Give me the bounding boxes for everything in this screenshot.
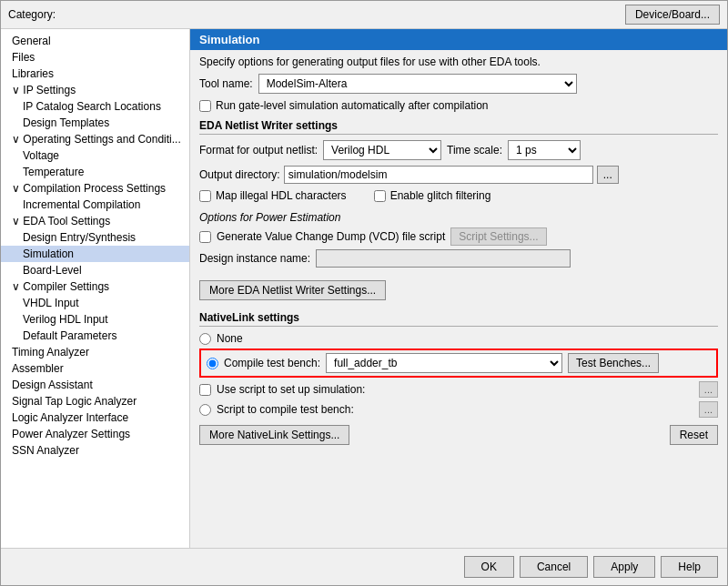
run-gate-level-label: Run gate-level simulation automatically … <box>216 99 488 112</box>
map-illegal-checkbox[interactable] <box>199 190 211 202</box>
enable-glitch-checkbox[interactable] <box>374 190 386 202</box>
format-dropdown[interactable]: Verilog HDL VHDL <box>323 140 441 160</box>
design-instance-label: Design instance name: <box>199 252 310 265</box>
generate-vcd-checkbox[interactable] <box>199 231 211 243</box>
sidebar-item-ip-settings[interactable]: ∨ IP Settings <box>1 82 189 98</box>
panel-header: Simulation <box>190 29 727 50</box>
main-window: Category: Device/Board... General Files … <box>0 0 728 586</box>
sidebar-item-design-entry[interactable]: Design Entry/Synthesis <box>1 229 189 246</box>
test-benches-button[interactable]: Test Benches... <box>568 353 659 373</box>
main-panel: Simulation Specify options for generatin… <box>190 29 727 548</box>
panel-description: Specify options for generating output fi… <box>190 50 727 74</box>
enable-glitch-row: Enable glitch filtering <box>374 189 491 202</box>
script-compile-radio[interactable] <box>199 404 211 416</box>
more-native-button[interactable]: More NativeLink Settings... <box>199 425 349 445</box>
use-script-checkbox[interactable] <box>199 384 211 396</box>
output-dir-row: Output directory: ... <box>199 166 718 184</box>
two-checkboxes-row: Map illegal HDL characters Enable glitch… <box>199 189 718 206</box>
map-illegal-label: Map illegal HDL characters <box>216 189 347 202</box>
more-eda-button[interactable]: More EDA Netlist Writer Settings... <box>199 280 386 300</box>
power-estimation-label: Options for Power Estimation <box>199 211 718 224</box>
sidebar-item-ip-catalog[interactable]: IP Catalog Search Locations <box>1 98 189 115</box>
compile-bench-radio[interactable] <box>207 358 218 369</box>
sidebar-item-ssn[interactable]: SSN Analyzer <box>1 442 189 459</box>
output-dir-input[interactable] <box>284 166 593 184</box>
sidebar-item-design-templates[interactable]: Design Templates <box>1 115 189 131</box>
run-gate-level-row: Run gate-level simulation automatically … <box>199 99 718 112</box>
use-script-row: Use script to set up simulation: ... <box>199 381 718 398</box>
sidebar-item-design-assistant[interactable]: Design Assistant <box>1 377 189 393</box>
run-gate-level-checkbox[interactable] <box>199 100 211 112</box>
more-native-row: More NativeLink Settings... Reset <box>199 425 718 445</box>
timescale-dropdown[interactable]: 1 ps 1 ns <box>508 140 581 160</box>
tool-name-label: Tool name: <box>199 77 253 90</box>
category-label: Category: <box>8 8 56 21</box>
output-dir-browse-button[interactable]: ... <box>597 166 619 184</box>
design-instance-row: Design instance name: <box>199 249 718 268</box>
sidebar-item-board-level[interactable]: Board-Level <box>1 262 189 278</box>
none-label: None <box>217 332 243 345</box>
script-compile-browse-btn[interactable]: ... <box>699 401 718 418</box>
sidebar-item-operating[interactable]: ∨ Operating Settings and Conditi... <box>1 131 189 147</box>
content-area: General Files Libraries ∨ IP Settings IP… <box>1 29 727 548</box>
sidebar-item-compiler[interactable]: ∨ Compiler Settings <box>1 278 189 295</box>
eda-netlist-section: EDA Netlist Writer settings Format for o… <box>199 119 718 268</box>
tool-name-section: Tool name: ModelSim-Altera ModelSim Ques… <box>199 74 718 112</box>
none-radio-row: None <box>199 332 718 345</box>
nativelink-section: NativeLink settings None Compile test be… <box>199 311 718 418</box>
sidebar-item-assembler[interactable]: Assembler <box>1 360 189 377</box>
sidebar-item-logic-analyzer[interactable]: Logic Analyzer Interface <box>1 409 189 426</box>
sidebar-item-files[interactable]: Files <box>1 49 189 66</box>
sidebar-item-incremental[interactable]: Incremental Compilation <box>1 197 189 213</box>
sidebar-item-vhdl[interactable]: VHDL Input <box>1 295 189 311</box>
bench-dropdown[interactable]: full_adder_tb <box>326 353 562 373</box>
sidebar-item-power-analyzer[interactable]: Power Analyzer Settings <box>1 426 189 442</box>
enable-glitch-label: Enable glitch filtering <box>390 189 491 202</box>
compile-bench-label: Compile test bench: <box>224 357 320 369</box>
help-button[interactable]: Help <box>661 556 718 578</box>
sidebar-item-simulation[interactable]: Simulation <box>1 246 189 262</box>
sidebar-item-voltage[interactable]: Voltage <box>1 147 189 164</box>
nativelink-header: NativeLink settings <box>199 311 718 327</box>
sidebar-item-default-params[interactable]: Default Parameters <box>1 328 189 344</box>
sidebar-item-libraries[interactable]: Libraries <box>1 66 189 82</box>
apply-button[interactable]: Apply <box>593 556 655 578</box>
reset-button[interactable]: Reset <box>670 425 718 445</box>
sidebar-item-timing[interactable]: Timing Analyzer <box>1 344 189 360</box>
top-bar: Category: Device/Board... <box>1 1 727 29</box>
sidebar-item-verilog[interactable]: Verilog HDL Input <box>1 311 189 328</box>
design-instance-input[interactable] <box>316 249 571 268</box>
device-board-button[interactable]: Device/Board... <box>625 5 720 25</box>
tool-name-dropdown[interactable]: ModelSim-Altera ModelSim QuestaSim VCS <box>258 74 577 94</box>
format-row: Format for output netlist: Verilog HDL V… <box>199 140 718 160</box>
none-radio[interactable] <box>199 333 211 345</box>
ok-button[interactable]: OK <box>464 556 514 578</box>
more-eda-container: More EDA Netlist Writer Settings... <box>199 275 718 306</box>
script-compile-label: Script to compile test bench: <box>217 403 354 416</box>
sidebar-item-compilation[interactable]: ∨ Compilation Process Settings <box>1 180 189 197</box>
map-illegal-row: Map illegal HDL characters <box>199 189 347 202</box>
eda-netlist-header: EDA Netlist Writer settings <box>199 119 718 135</box>
bottom-button-bar: OK Cancel Apply Help <box>1 548 727 585</box>
format-label: Format for output netlist: <box>199 144 318 157</box>
cancel-button[interactable]: Cancel <box>520 556 588 578</box>
use-script-label: Use script to set up simulation: <box>217 383 365 396</box>
sidebar-item-signal-tap[interactable]: Signal Tap Logic Analyzer <box>1 393 189 409</box>
vcd-row: Generate Value Change Dump (VCD) file sc… <box>199 227 718 246</box>
script-compile-row: Script to compile test bench: ... <box>199 401 718 418</box>
sidebar-item-general[interactable]: General <box>1 33 189 49</box>
compile-bench-row: Compile test bench: full_adder_tb Test B… <box>199 349 718 378</box>
sidebar: General Files Libraries ∨ IP Settings IP… <box>1 29 190 548</box>
timescale-label: Time scale: <box>447 144 502 157</box>
sidebar-item-eda[interactable]: ∨ EDA Tool Settings <box>1 213 189 229</box>
output-dir-label: Output directory: <box>199 168 280 181</box>
script-settings-button: Script Settings... <box>450 227 546 246</box>
generate-vcd-label: Generate Value Change Dump (VCD) file sc… <box>217 230 445 243</box>
use-script-browse-btn[interactable]: ... <box>699 381 718 398</box>
tool-name-row: Tool name: ModelSim-Altera ModelSim Ques… <box>199 74 718 94</box>
sidebar-item-temperature[interactable]: Temperature <box>1 164 189 180</box>
